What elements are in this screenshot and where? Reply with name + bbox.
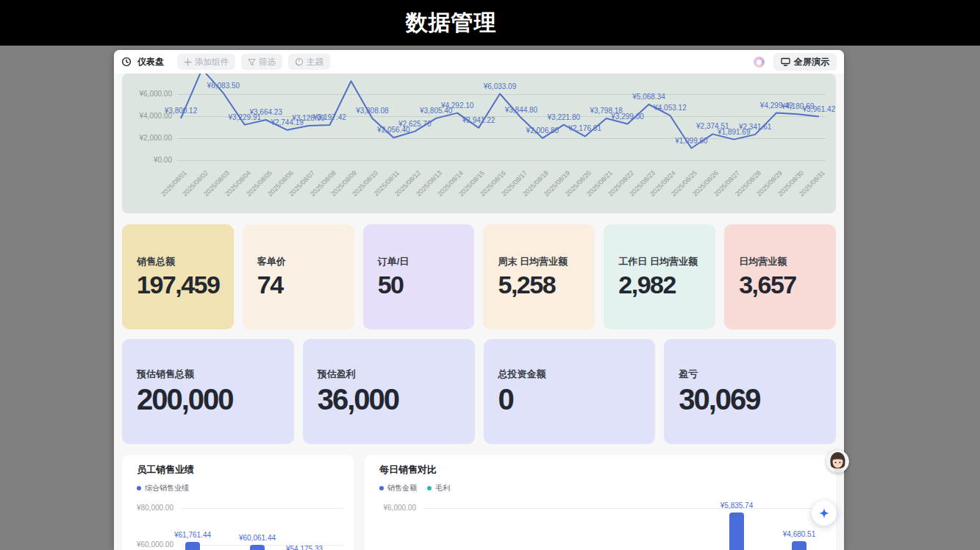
filter-button[interactable]: 筛选: [241, 54, 282, 70]
gridline: [181, 508, 344, 509]
chart-title: 每日销售对比: [379, 463, 437, 476]
kpi-label: 预估盈利: [318, 368, 475, 381]
data-point-label: ¥3,197.42: [313, 113, 346, 121]
kpi-value: 74: [257, 271, 354, 299]
data-point-label: ¥2,941.22: [462, 116, 496, 124]
kpi-label: 工作日 日均营业额: [618, 255, 715, 268]
bar: [250, 545, 265, 550]
legend-dot: [137, 486, 141, 490]
kpi-card[interactable]: 订单/日50: [363, 224, 475, 329]
dashboard-toolbar: 仪表盘 添加组件 筛选 主题 全屏演示: [114, 50, 844, 74]
data-point-label: ¥3,961.42: [803, 105, 836, 113]
data-point-label: ¥3,844.80: [505, 106, 538, 114]
monitor-icon: [781, 57, 790, 66]
kpi-value: 200,000: [137, 383, 294, 416]
plus-icon: [184, 58, 192, 66]
data-point-label: ¥3,221.80: [548, 113, 581, 121]
data-point-label: ¥2,341.61: [739, 123, 772, 131]
data-point-label: ¥6,083.50: [207, 82, 240, 90]
bar: [729, 512, 744, 550]
kpi-value: 3,657: [739, 271, 836, 299]
daily-sales-line-chart: ¥6,000.00¥4,000.00¥2,000.00¥0.00¥3,800.1…: [122, 74, 836, 213]
y-axis-tick: ¥80,000.00: [125, 504, 174, 512]
dashboard-content: ¥6,000.00¥4,000.00¥2,000.00¥0.00¥3,800.1…: [114, 74, 844, 550]
kpi-label: 销售总额: [137, 255, 234, 268]
data-point-label: ¥3,299.00: [611, 113, 644, 121]
bar-value-label: ¥61,761.44: [174, 531, 211, 539]
kpi-label: 总投资金额: [498, 368, 656, 381]
data-point-label: ¥5,068.34: [632, 93, 665, 101]
fullscreen-present-button[interactable]: 全屏演示: [773, 53, 837, 71]
data-point-label: ¥1,099.60: [675, 137, 708, 145]
kpi-value: 197,459: [137, 271, 234, 299]
legend-dot: [379, 486, 384, 490]
y-axis-tick: ¥6,000.00: [368, 504, 416, 512]
funnel-icon: [248, 58, 256, 66]
kpi-label: 客单价: [257, 255, 354, 268]
kpi-label: 周末 日均营业额: [498, 255, 595, 268]
chart-legend: 综合销售业绩: [137, 483, 189, 493]
kpi-card[interactable]: 预估销售总额200,000: [122, 339, 294, 444]
bar: [185, 542, 200, 550]
kpi-label: 预估销售总额: [137, 368, 294, 381]
legend-label: 销售金额: [387, 483, 417, 493]
kpi-value: 5,258: [498, 271, 595, 299]
kpi-label: 订单/日: [378, 255, 475, 268]
kpi-card[interactable]: 总投资金额0: [484, 339, 656, 444]
chart-title: 员工销售业绩: [137, 463, 194, 476]
data-point-label: ¥4,292.10: [441, 101, 474, 110]
ai-sparkle-button[interactable]: [812, 501, 837, 526]
add-widget-button[interactable]: 添加组件: [177, 54, 235, 70]
employee-sales-chart-card: 员工销售业绩 综合销售业绩 ¥80,000.00¥60,000.00¥61,76…: [122, 455, 354, 550]
kpi-card[interactable]: 周末 日均营业额5,258: [483, 224, 595, 329]
data-point-label: ¥2,625.70: [398, 120, 432, 128]
daily-compare-chart-card: 每日销售对比 销售金额 毛利 ¥6,000.00¥5,835.74¥4,680.…: [365, 455, 836, 550]
bar-value-label: ¥54,175.33: [286, 545, 323, 550]
chart-legend: 销售金额 毛利: [379, 483, 450, 493]
kpi-value: 36,000: [318, 383, 475, 416]
data-point-label: ¥2,176.61: [568, 124, 601, 132]
dashboard-panel: 仪表盘 添加组件 筛选 主题 全屏演示 ¥6,000.00¥4,000.00¥2…: [114, 50, 844, 550]
kpi-card[interactable]: 盈亏30,069: [664, 339, 836, 444]
sparkle-icon: [817, 506, 831, 521]
bar-value-label: ¥5,835.74: [720, 501, 754, 510]
data-point-label: ¥3,800.12: [165, 107, 198, 115]
data-point-label: ¥4,053.12: [654, 104, 687, 112]
theme-button[interactable]: 主题: [288, 54, 330, 70]
dashboard-clock-icon: [121, 57, 132, 67]
legend-dot: [427, 486, 432, 490]
kpi-label: 盈亏: [679, 368, 836, 381]
page-header: 数据管理: [0, 0, 980, 46]
page-title: 数据管理: [406, 8, 497, 38]
kpi-card[interactable]: 工作日 日均营业额2,982: [604, 224, 715, 329]
dashboard-label: 仪表盘: [137, 56, 164, 68]
bottom-charts-row: 员工销售业绩 综合销售业绩 ¥80,000.00¥60,000.00¥61,76…: [122, 455, 836, 550]
kpi-card[interactable]: 客单价74: [243, 224, 354, 329]
gridline: [423, 508, 819, 509]
assistant-avatar[interactable]: [826, 450, 849, 473]
kpi-value: 50: [378, 271, 475, 299]
kpi-card[interactable]: 预估盈利36,000: [303, 339, 475, 444]
legend-label: 毛利: [435, 483, 450, 493]
kpi-value: 2,982: [618, 271, 715, 299]
bar-value-label: ¥60,061.44: [239, 534, 276, 542]
data-point-label: ¥3,664.23: [249, 108, 282, 116]
kpi-value: 0: [498, 383, 656, 416]
bar-value-label: ¥4,680.51: [783, 530, 816, 538]
kpi-label: 日均营业额: [739, 255, 836, 268]
kpi-value: 30,069: [679, 383, 836, 416]
data-point-label: ¥2,006.80: [526, 126, 559, 135]
kpi-card[interactable]: 销售总额197,459: [122, 224, 234, 329]
kpi-card[interactable]: 日均营业额3,657: [724, 224, 836, 329]
kpi-row-1: 销售总额197,459客单价74订单/日50周末 日均营业额5,258工作日 日…: [122, 224, 836, 329]
kpi-row-2: 预估销售总额200,000预估盈利36,000总投资金额0盈亏30,069: [122, 339, 836, 444]
palette-icon: [295, 57, 304, 66]
data-point-label: ¥3,808.08: [356, 107, 389, 115]
y-axis-tick: ¥60,000.00: [125, 540, 174, 549]
bar: [792, 541, 806, 550]
theme-color-ring-icon[interactable]: [754, 57, 765, 68]
data-point-label: ¥6,033.09: [484, 82, 517, 90]
legend-label: 综合销售业绩: [145, 483, 189, 493]
